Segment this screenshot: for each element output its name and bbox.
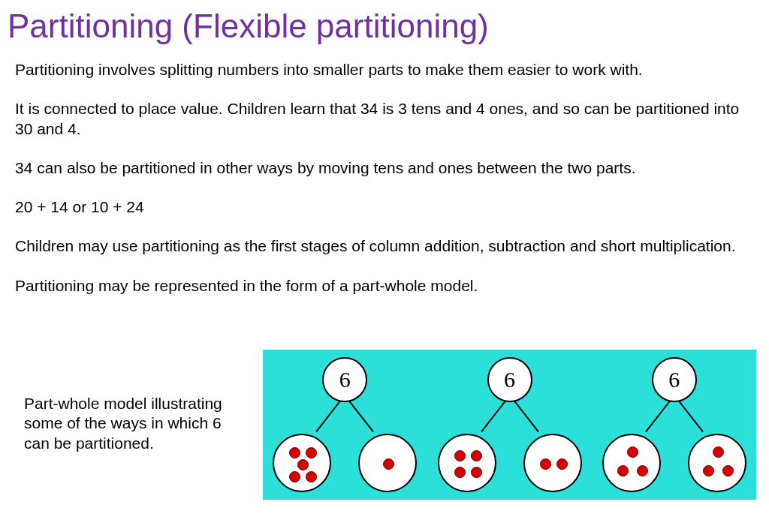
paragraph-1: Partitioning involves splitting numbers …	[15, 60, 754, 80]
dot-icon	[471, 450, 482, 461]
paragraph-5: Children may use partitioning as the fir…	[15, 236, 754, 256]
whole-circle: 6	[652, 357, 697, 402]
dot-icon	[627, 446, 638, 458]
diagram-caption: Part-whole model illustrating some of th…	[24, 394, 249, 453]
paragraph-4: 20 + 14 or 10 + 24	[15, 197, 754, 217]
paragraph-2: It is connected to place value. Children…	[15, 99, 754, 139]
dot-icon	[289, 447, 300, 458]
part-circle-right	[523, 434, 582, 492]
part-circle-left	[273, 434, 331, 492]
dot-icon	[471, 467, 482, 478]
dot-icon	[713, 446, 724, 458]
dot-icon	[637, 465, 648, 476]
part-circle-left	[438, 434, 496, 492]
dot-icon	[289, 471, 300, 482]
dot-icon	[617, 465, 629, 476]
part-circle-right	[358, 434, 417, 492]
paragraph-3: 34 can also be partitioned in other ways…	[15, 158, 754, 178]
body-text: Partitioning involves splitting numbers …	[0, 45, 769, 296]
page-title: Partitioning (Flexible partitioning)	[0, 0, 769, 45]
part-whole-model-2: 6	[427, 350, 593, 500]
dot-icon	[306, 447, 317, 458]
part-whole-model-3: 6	[592, 350, 757, 500]
dot-icon	[454, 467, 466, 478]
dot-icon	[383, 458, 394, 470]
part-circle-left	[602, 434, 661, 492]
part-whole-diagram: 666	[263, 350, 756, 500]
dot-icon	[306, 471, 317, 482]
whole-circle: 6	[487, 357, 532, 402]
dot-icon	[703, 465, 714, 476]
whole-circle: 6	[322, 357, 367, 402]
dot-icon	[556, 458, 568, 470]
part-whole-model-1: 6	[262, 350, 427, 500]
dot-icon	[297, 459, 309, 470]
dot-icon	[722, 465, 734, 476]
part-circle-right	[688, 434, 746, 492]
paragraph-6: Partitioning may be represented in the f…	[15, 276, 754, 296]
dot-icon	[540, 458, 551, 470]
dot-icon	[454, 450, 466, 461]
